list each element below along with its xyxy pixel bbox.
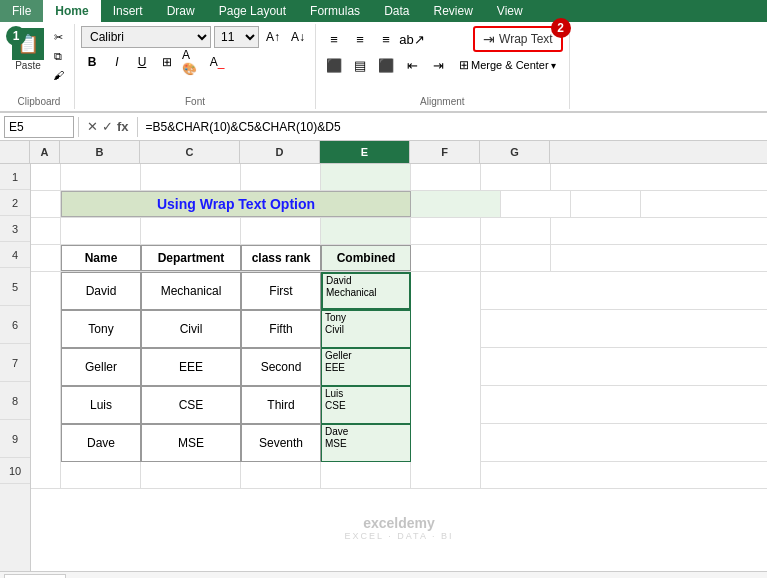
- cell-b5[interactable]: David: [61, 272, 141, 310]
- cell-f1[interactable]: [411, 164, 481, 190]
- format-painter-button[interactable]: 🖌: [48, 66, 68, 84]
- align-center-btn[interactable]: ▤: [348, 54, 372, 76]
- tab-pagelayout[interactable]: Page Layout: [207, 0, 298, 22]
- align-left-btn[interactable]: ⬛: [322, 54, 346, 76]
- cell-e6[interactable]: Tony Civil: [321, 310, 411, 348]
- col-header-e[interactable]: E: [320, 141, 410, 163]
- decrease-font-btn[interactable]: A↓: [287, 26, 309, 48]
- decrease-indent-btn[interactable]: ⇤: [400, 54, 424, 76]
- cell-c9[interactable]: MSE: [141, 424, 241, 462]
- cell-a3[interactable]: [31, 218, 61, 244]
- cell-a8[interactable]: [31, 386, 61, 424]
- col-header-a[interactable]: A: [30, 141, 60, 163]
- cell-d3[interactable]: [241, 218, 321, 244]
- cell-c7[interactable]: EEE: [141, 348, 241, 386]
- tab-view[interactable]: View: [485, 0, 535, 22]
- italic-button[interactable]: I: [106, 51, 128, 73]
- tab-data[interactable]: Data: [372, 0, 421, 22]
- cell-e4-combined[interactable]: Combined: [321, 245, 411, 271]
- cell-a6[interactable]: [31, 310, 61, 348]
- cell-reference-input[interactable]: [4, 116, 74, 138]
- cell-e7[interactable]: Geller EEE: [321, 348, 411, 386]
- cell-f8[interactable]: [411, 386, 481, 424]
- cell-a9[interactable]: [31, 424, 61, 462]
- col-header-g[interactable]: G: [480, 141, 550, 163]
- cell-d4-rank[interactable]: class rank: [241, 245, 321, 271]
- cell-d8[interactable]: Third: [241, 386, 321, 424]
- cell-g3[interactable]: [481, 218, 551, 244]
- tab-formulas[interactable]: Formulas: [298, 0, 372, 22]
- cell-c1[interactable]: [141, 164, 241, 190]
- cell-d9[interactable]: Seventh: [241, 424, 321, 462]
- border-button[interactable]: ⊞: [156, 51, 178, 73]
- cell-b8[interactable]: Luis: [61, 386, 141, 424]
- cell-a1[interactable]: [31, 164, 61, 190]
- formula-input[interactable]: [142, 120, 763, 134]
- increase-indent-btn[interactable]: ⇥: [426, 54, 450, 76]
- cell-f6[interactable]: [411, 310, 481, 348]
- cell-b7[interactable]: Geller: [61, 348, 141, 386]
- cell-c4-dept[interactable]: Department: [141, 245, 241, 271]
- cell-g1[interactable]: [481, 164, 551, 190]
- align-right-btn[interactable]: ⬛: [374, 54, 398, 76]
- cell-b4-name[interactable]: Name: [61, 245, 141, 271]
- cell-e2[interactable]: [411, 191, 501, 217]
- cell-a10[interactable]: [31, 462, 61, 488]
- font-color-button[interactable]: A_: [206, 51, 228, 73]
- bold-button[interactable]: B: [81, 51, 103, 73]
- cell-b2-title[interactable]: Using Wrap Text Option: [61, 191, 411, 217]
- sheet-tab-1[interactable]: Sheet1: [4, 574, 66, 579]
- tab-file[interactable]: File: [0, 0, 43, 22]
- cell-e8[interactable]: Luis CSE: [321, 386, 411, 424]
- tab-draw[interactable]: Draw: [155, 0, 207, 22]
- align-top-left-btn[interactable]: ≡: [322, 28, 346, 50]
- col-header-c[interactable]: C: [140, 141, 240, 163]
- cut-button[interactable]: ✂: [48, 28, 68, 46]
- tab-review[interactable]: Review: [421, 0, 484, 22]
- cell-a2[interactable]: [31, 191, 61, 217]
- font-size-select[interactable]: 11: [214, 26, 259, 48]
- increase-font-btn[interactable]: A↑: [262, 26, 284, 48]
- col-header-b[interactable]: B: [60, 141, 140, 163]
- cell-b3[interactable]: [61, 218, 141, 244]
- cell-b1[interactable]: [61, 164, 141, 190]
- tab-insert[interactable]: Insert: [101, 0, 155, 22]
- cell-c6[interactable]: Civil: [141, 310, 241, 348]
- cell-b6[interactable]: Tony: [61, 310, 141, 348]
- cell-a4[interactable]: [31, 245, 61, 271]
- cell-c3[interactable]: [141, 218, 241, 244]
- cell-f7[interactable]: [411, 348, 481, 386]
- cell-f2[interactable]: [501, 191, 571, 217]
- tab-home[interactable]: Home: [43, 0, 100, 22]
- cell-f9[interactable]: [411, 424, 481, 462]
- cell-c10[interactable]: [141, 462, 241, 488]
- cell-g4[interactable]: [481, 245, 551, 271]
- underline-button[interactable]: U: [131, 51, 153, 73]
- merge-dropdown-icon[interactable]: ▾: [551, 60, 556, 71]
- cell-f10[interactable]: [411, 462, 481, 488]
- cell-b10[interactable]: [61, 462, 141, 488]
- cell-d10[interactable]: [241, 462, 321, 488]
- font-name-select[interactable]: Calibri: [81, 26, 211, 48]
- cell-d7[interactable]: Second: [241, 348, 321, 386]
- cell-c8[interactable]: CSE: [141, 386, 241, 424]
- cell-g2[interactable]: [571, 191, 641, 217]
- align-top-right-btn[interactable]: ≡: [374, 28, 398, 50]
- cancel-formula-icon[interactable]: ✕: [87, 119, 98, 134]
- cell-d6[interactable]: Fifth: [241, 310, 321, 348]
- insert-function-icon[interactable]: fx: [117, 119, 129, 134]
- align-top-center-btn[interactable]: ≡: [348, 28, 372, 50]
- cell-e9[interactable]: Dave MSE: [321, 424, 411, 462]
- cell-a5[interactable]: [31, 272, 61, 310]
- cell-f4[interactable]: [411, 245, 481, 271]
- wrap-text-button[interactable]: ⇥ Wrap Text: [473, 26, 563, 52]
- cell-b9[interactable]: Dave: [61, 424, 141, 462]
- cell-a7[interactable]: [31, 348, 61, 386]
- merge-center-button[interactable]: ⊞ Merge & Center ▾: [452, 54, 563, 76]
- copy-button[interactable]: ⧉: [48, 47, 68, 65]
- cell-e10[interactable]: [321, 462, 411, 488]
- rotate-text-btn[interactable]: ab↗: [400, 28, 424, 50]
- col-header-d[interactable]: D: [240, 141, 320, 163]
- cell-f3[interactable]: [411, 218, 481, 244]
- cell-d1[interactable]: [241, 164, 321, 190]
